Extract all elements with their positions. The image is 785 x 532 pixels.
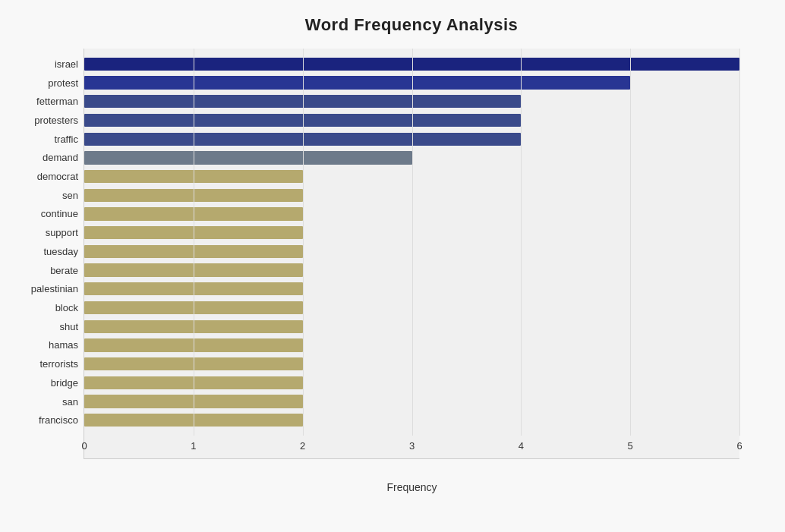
x-axis: 0123456: [84, 436, 739, 458]
bar: [84, 151, 412, 164]
grid-line: [630, 49, 631, 436]
chart-area: israelprotestfettermanprotesterstrafficd…: [84, 49, 739, 459]
grid-line: [194, 49, 194, 436]
bar-label: block: [6, 302, 78, 313]
chart-container: Word Frequency Analysis israelprotestfet…: [0, 0, 785, 532]
bar-label: shut: [6, 321, 78, 332]
chart-title: Word Frequency Analysis: [84, 15, 739, 35]
bar: [84, 76, 630, 89]
bar-label: bridge: [6, 377, 78, 389]
bar-label: fetterman: [6, 96, 78, 107]
bar-label: democrat: [6, 171, 78, 182]
bar-label: terrorists: [6, 358, 78, 370]
bar-label: san: [6, 396, 78, 408]
bar-label: berate: [6, 265, 78, 276]
bar-label: support: [6, 227, 78, 238]
bar-label: continue: [6, 208, 78, 219]
grid-line: [412, 49, 413, 436]
x-tick-label: 1: [191, 440, 196, 452]
x-tick-label: 6: [736, 440, 742, 452]
bar-label: hamas: [6, 339, 78, 351]
bar-label: protest: [6, 77, 78, 89]
bar-label: francisco: [6, 414, 78, 426]
bar-label: israel: [6, 58, 78, 70]
x-tick-label: 3: [409, 440, 415, 452]
bar-label: demand: [6, 152, 78, 163]
x-tick-label: 2: [300, 440, 305, 452]
bar-label: palestinian: [6, 283, 78, 294]
grid-line: [739, 49, 740, 436]
bar-label: sen: [6, 190, 78, 201]
grid-line: [521, 49, 522, 436]
x-tick-label: 0: [81, 440, 87, 452]
x-axis-label: Frequency: [386, 481, 437, 493]
bar-label: traffic: [6, 134, 78, 145]
grid-line: [303, 49, 304, 436]
x-tick-label: 5: [628, 440, 633, 452]
bar-label: tuesday: [6, 246, 78, 257]
bar-label: protesters: [6, 115, 78, 126]
x-tick-label: 4: [519, 440, 524, 452]
